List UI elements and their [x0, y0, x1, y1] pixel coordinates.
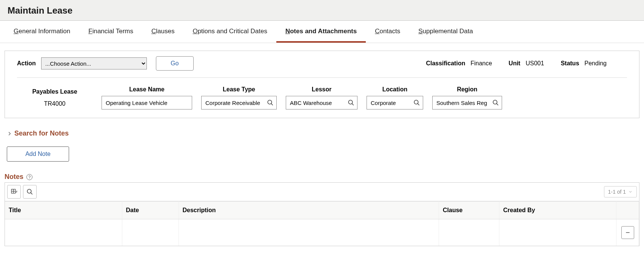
unit-value: US001	[525, 60, 544, 67]
action-select[interactable]: ...Choose Action...	[41, 57, 147, 69]
column-clause[interactable]: Clause	[439, 202, 499, 219]
location-label: Location	[382, 86, 408, 93]
page-title: Maintain Lease	[8, 5, 636, 16]
lessor-input[interactable]	[286, 96, 357, 109]
cell-title	[5, 219, 122, 246]
tab-general-information[interactable]: General Information	[5, 21, 79, 43]
table-row	[5, 219, 639, 246]
lease-type-input[interactable]	[201, 96, 277, 109]
svg-point-2	[348, 100, 353, 104]
svg-line-5	[418, 103, 419, 105]
go-button[interactable]: Go	[156, 56, 194, 71]
pager-dropdown[interactable]: 1-1 of 1	[604, 186, 637, 197]
cell-description	[179, 219, 439, 246]
status-value: Pending	[584, 60, 607, 67]
payables-lease-label: Payables Lease	[32, 88, 77, 95]
classification-value: Finance	[470, 60, 492, 67]
find-button[interactable]	[23, 185, 37, 199]
header-bar: Maintain Lease	[0, 0, 644, 21]
column-created-by[interactable]: Created By	[499, 202, 616, 219]
notes-heading: Notes	[5, 173, 23, 181]
grid-settings-button[interactable]	[7, 185, 21, 199]
classification-label: Classification	[426, 60, 465, 67]
svg-line-7	[496, 103, 498, 105]
notes-table: Title Date Description Clause Created By	[5, 201, 639, 246]
column-actions	[616, 202, 639, 219]
tabs-bar: General Information Financial Terms Clau…	[0, 21, 644, 43]
tab-supplemental-data[interactable]: Supplemental Data	[409, 21, 482, 43]
lease-type-label: Lease Type	[223, 86, 255, 93]
payables-lease-value: TR4000	[44, 98, 66, 109]
svg-line-12	[31, 193, 32, 194]
tab-notes-attachments[interactable]: Notes and Attachments	[276, 21, 366, 43]
chevron-right-icon	[7, 131, 12, 136]
tab-contacts[interactable]: Contacts	[366, 21, 409, 43]
search-for-notes-label: Search for Notes	[14, 129, 69, 137]
delete-row-button[interactable]	[621, 226, 634, 239]
status-label: Status	[561, 60, 579, 67]
action-label: Action	[17, 60, 36, 67]
column-title[interactable]: Title	[5, 202, 122, 219]
help-icon[interactable]: ?	[26, 174, 32, 180]
region-label: Region	[457, 86, 477, 93]
lease-info-panel: Action ...Choose Action... Go Classifica…	[5, 51, 639, 118]
lessor-label: Lessor	[312, 86, 331, 93]
search-icon[interactable]	[348, 99, 354, 106]
grid-icon	[11, 188, 17, 195]
svg-point-11	[27, 189, 31, 193]
svg-point-4	[414, 100, 418, 104]
lease-name-label: Lease Name	[129, 86, 164, 93]
minus-icon	[625, 230, 631, 236]
svg-line-1	[271, 103, 273, 105]
chevron-down-icon	[628, 190, 633, 194]
svg-point-0	[268, 100, 272, 104]
search-for-notes-toggle[interactable]: Search for Notes	[7, 129, 639, 137]
tab-financial-terms[interactable]: Financial Terms	[79, 21, 142, 43]
unit-label: Unit	[508, 60, 520, 67]
cell-created-by	[499, 219, 616, 246]
tab-options-critical-dates[interactable]: Options and Critical Dates	[183, 21, 276, 43]
column-description[interactable]: Description	[179, 202, 439, 219]
tab-clauses[interactable]: Clauses	[142, 21, 183, 43]
lease-name-input[interactable]	[102, 96, 192, 109]
search-icon[interactable]	[267, 99, 274, 106]
add-note-button[interactable]: Add Note	[7, 146, 69, 162]
svg-line-3	[352, 103, 354, 105]
notes-table-container: 1-1 of 1 Title Date Description Clause C…	[5, 182, 639, 246]
search-icon[interactable]	[413, 99, 420, 106]
column-date[interactable]: Date	[122, 202, 179, 219]
region-input[interactable]	[432, 96, 502, 109]
svg-point-6	[493, 100, 497, 104]
pager-text: 1-1 of 1	[608, 189, 626, 195]
cell-date	[122, 219, 179, 246]
cell-clause	[439, 219, 499, 246]
search-icon	[26, 188, 33, 195]
search-icon[interactable]	[492, 99, 499, 106]
